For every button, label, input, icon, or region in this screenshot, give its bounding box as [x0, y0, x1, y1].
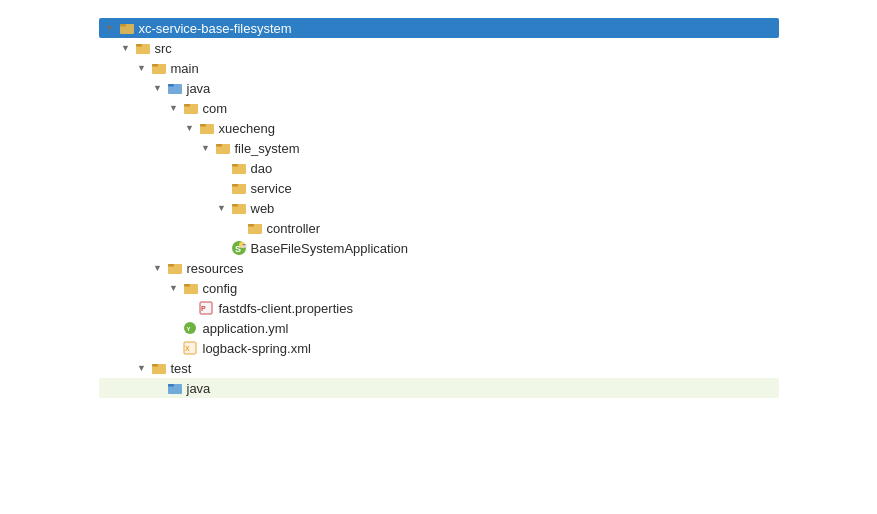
test-arrow: [135, 361, 149, 375]
main-arrow: [135, 61, 149, 75]
svg-rect-27: [168, 264, 174, 267]
svg-rect-21: [248, 224, 254, 227]
filesystem-folder-icon: [215, 140, 231, 156]
root-arrow: [103, 21, 117, 35]
com-node: com xuecheng: [99, 98, 779, 258]
web-row[interactable]: web: [99, 198, 779, 218]
svg-text:X: X: [185, 345, 190, 352]
web-folder-icon: [231, 200, 247, 216]
test-node: test java: [99, 358, 779, 398]
spring-boot-icon: S ☕: [231, 240, 247, 256]
dao-row[interactable]: dao: [99, 158, 779, 178]
logback-label: logback-spring.xml: [203, 341, 311, 356]
appyml-label: application.yml: [203, 321, 289, 336]
src-folder-icon: [135, 40, 151, 56]
config-node: config P fastdfs-client.properties: [99, 278, 779, 318]
java-main-folder-icon: [167, 80, 183, 96]
config-row[interactable]: config: [99, 278, 779, 298]
resources-folder-icon: [167, 260, 183, 276]
main-folder-icon: [151, 60, 167, 76]
com-row[interactable]: com: [99, 98, 779, 118]
fastdfs-row[interactable]: P fastdfs-client.properties: [99, 298, 779, 318]
fastdfs-label: fastdfs-client.properties: [219, 301, 353, 316]
root-folder-icon: [119, 20, 135, 36]
controller-label: controller: [267, 221, 320, 236]
service-label: service: [251, 181, 292, 196]
dao-folder-icon: [231, 160, 247, 176]
yaml-icon: Y: [183, 320, 199, 336]
main-label: main: [171, 61, 199, 76]
src-node: src main: [99, 38, 779, 398]
dao-label: dao: [251, 161, 273, 176]
java-test-folder-icon: [167, 380, 183, 396]
java-test-label: java: [187, 381, 211, 396]
xuecheng-row[interactable]: xuecheng: [99, 118, 779, 138]
svg-rect-11: [200, 124, 206, 127]
svg-rect-17: [232, 184, 238, 187]
config-label: config: [203, 281, 238, 296]
src-arrow: [119, 41, 133, 55]
svg-rect-29: [184, 284, 190, 287]
svg-rect-19: [232, 204, 238, 207]
base-app-label: BaseFileSystemApplication: [251, 241, 409, 256]
xuecheng-node: xuecheng file_system: [99, 118, 779, 258]
svg-text:P: P: [201, 305, 206, 312]
xml-icon: X: [183, 340, 199, 356]
svg-rect-9: [184, 104, 190, 107]
service-folder-icon: [231, 180, 247, 196]
appyml-row[interactable]: Y application.yml: [99, 318, 779, 338]
filesystem-label: file_system: [235, 141, 300, 156]
web-label: web: [251, 201, 275, 216]
test-row[interactable]: test: [99, 358, 779, 378]
root-label: xc-service-base-filesystem: [139, 21, 292, 36]
svg-text:Y: Y: [186, 326, 190, 332]
svg-rect-15: [232, 164, 238, 167]
test-folder-icon: [151, 360, 167, 376]
xuecheng-label: xuecheng: [219, 121, 275, 136]
com-arrow: [167, 101, 181, 115]
java-test-row[interactable]: java: [99, 378, 779, 398]
filesystem-row[interactable]: file_system: [99, 138, 779, 158]
svg-rect-1: [120, 24, 126, 27]
svg-rect-13: [216, 144, 222, 147]
filesystem-node: file_system dao: [99, 138, 779, 258]
main-row[interactable]: main: [99, 58, 779, 78]
config-arrow: [167, 281, 181, 295]
src-label: src: [155, 41, 172, 56]
service-row[interactable]: service: [99, 178, 779, 198]
properties-icon: P: [199, 300, 215, 316]
resources-arrow: [151, 261, 165, 275]
test-label: test: [171, 361, 192, 376]
config-folder-icon: [183, 280, 199, 296]
java-main-arrow: [151, 81, 165, 95]
svg-rect-5: [152, 64, 158, 67]
xuecheng-folder-icon: [199, 120, 215, 136]
java-main-label: java: [187, 81, 211, 96]
resources-row[interactable]: resources: [99, 258, 779, 278]
svg-rect-3: [136, 44, 142, 47]
web-arrow: [215, 201, 229, 215]
resources-node: resources config: [99, 258, 779, 358]
svg-rect-37: [152, 364, 158, 367]
svg-rect-39: [168, 384, 174, 387]
com-folder-icon: [183, 100, 199, 116]
web-node: web controll: [99, 198, 779, 238]
main-node: main java: [99, 58, 779, 358]
filesystem-arrow: [199, 141, 213, 155]
com-label: com: [203, 101, 228, 116]
file-tree: xc-service-base-filesystem src main: [99, 10, 779, 406]
resources-label: resources: [187, 261, 244, 276]
svg-rect-7: [168, 84, 174, 87]
xuecheng-arrow: [183, 121, 197, 135]
logback-row[interactable]: X logback-spring.xml: [99, 338, 779, 358]
controller-folder-icon: [247, 220, 263, 236]
root-node[interactable]: xc-service-base-filesystem: [99, 18, 779, 38]
java-main-row[interactable]: java: [99, 78, 779, 98]
java-main-node: java com: [99, 78, 779, 258]
src-row[interactable]: src: [99, 38, 779, 58]
base-app-row[interactable]: S ☕ BaseFileSystemApplication: [99, 238, 779, 258]
controller-row[interactable]: controller: [99, 218, 779, 238]
svg-text:☕: ☕: [240, 242, 247, 249]
